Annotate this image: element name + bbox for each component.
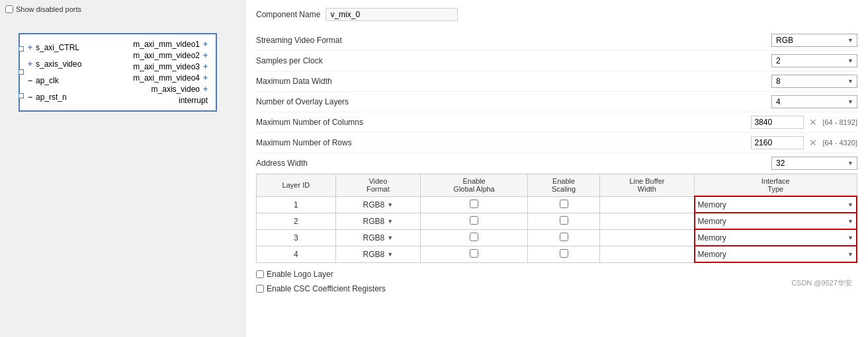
port-m-axi-video2: m_axi_mm_video2 +	[133, 51, 208, 60]
port-label-m-axi-video4: m_axi_mm_video4	[133, 73, 200, 83]
scaling-cell[interactable]	[528, 229, 600, 246]
interface-type-cell[interactable]: Memory ▼	[695, 196, 857, 213]
global-alpha-checkbox[interactable]	[470, 249, 478, 258]
enable-csc-checkbox[interactable]	[256, 285, 264, 293]
scaling-cell[interactable]	[528, 213, 600, 229]
line-buffer-cell	[599, 229, 694, 246]
overlay-layers-select-wrapper[interactable]: 4	[771, 95, 857, 108]
right-panel: Component Name Streaming Video Format RG…	[245, 0, 868, 337]
max-rows-input[interactable]	[751, 136, 804, 149]
max-columns-label: Maximum Number of Columns	[256, 118, 751, 127]
enable-logo-layer-checkbox[interactable]	[256, 270, 264, 278]
layer-id-cell: 4	[257, 246, 336, 262]
scaling-checkbox[interactable]	[560, 200, 568, 208]
col-header-video-format: VideoFormat	[335, 174, 420, 197]
format-dropdown-arrow: ▼	[387, 235, 393, 241]
global-alpha-cell[interactable]	[420, 196, 527, 213]
left-side-connectors	[19, 34, 24, 110]
scaling-checkbox[interactable]	[560, 216, 568, 225]
samples-per-clock-select[interactable]: 2	[771, 54, 857, 67]
address-width-select-wrapper[interactable]: 32	[771, 157, 857, 170]
setting-samples-per-clock: Samples per Clock 2	[256, 51, 857, 71]
overlay-layers-label: Number of Overlay Layers	[256, 97, 771, 106]
port-label-m-axi-video2: m_axi_mm_video2	[133, 51, 200, 60]
component-name-row: Component Name	[256, 8, 857, 21]
scaling-cell[interactable]	[528, 196, 600, 213]
port-label-ap-rst: ap_rst_n	[36, 93, 67, 102]
table-row: 3 RGB8 ▼ Memory ▼	[257, 229, 857, 246]
port-label-s-axis-video: s_axis_video	[36, 59, 81, 69]
port-label-ap-clk: ap_clk	[36, 76, 59, 85]
overlay-layers-select[interactable]: 4	[771, 95, 857, 108]
video-format-cell[interactable]: RGB8 ▼	[335, 229, 420, 246]
max-data-width-select[interactable]: 8	[771, 75, 857, 88]
address-width-select[interactable]: 32	[771, 157, 857, 170]
watermark: CSDN @9527华安	[791, 278, 852, 288]
interface-type-cell[interactable]: Memory ▼	[695, 213, 857, 229]
streaming-video-format-select-wrapper[interactable]: RGB	[771, 34, 857, 47]
options-row: Enable Logo Layer	[256, 270, 857, 279]
interface-type-value: Memory	[698, 250, 726, 259]
left-conn-1	[19, 46, 24, 52]
line-buffer-cell	[599, 246, 694, 262]
global-alpha-cell[interactable]	[420, 246, 527, 262]
col-header-interface-type: InterfaceType	[695, 174, 857, 197]
interface-type-dropdown-arrow: ▼	[847, 218, 853, 225]
max-columns-range: [64 - 8192]	[822, 118, 857, 126]
max-rows-clear-btn[interactable]: ✕	[808, 137, 818, 148]
setting-address-width: Address Width 32	[256, 153, 857, 174]
streaming-video-format-select[interactable]: RGB	[771, 34, 857, 47]
max-data-width-label: Maximum Data Width	[256, 77, 771, 86]
global-alpha-checkbox[interactable]	[470, 216, 478, 225]
port-label-m-axi-video1: m_axi_mm_video1	[133, 40, 200, 49]
max-columns-control: ✕ [64 - 8192]	[751, 116, 857, 129]
table-row: 2 RGB8 ▼ Memory ▼	[257, 213, 857, 229]
max-data-width-select-wrapper[interactable]: 8	[771, 75, 857, 88]
port-m-axi-video4: m_axi_mm_video4 +	[133, 73, 208, 83]
component-name-input[interactable]	[326, 8, 458, 21]
video-format-cell[interactable]: RGB8 ▼	[335, 213, 420, 229]
global-alpha-checkbox[interactable]	[470, 200, 478, 208]
streaming-video-format-label: Streaming Video Format	[256, 36, 771, 45]
format-dropdown-arrow: ▼	[387, 202, 393, 208]
port-m-axis-video: m_axis_video +	[152, 85, 208, 94]
scaling-checkbox[interactable]	[560, 249, 568, 258]
options-row-2: Enable CSC Coefficient Registers	[256, 284, 857, 293]
port-ap-clk: − ap_clk	[28, 76, 94, 85]
show-disabled-ports-row[interactable]: Show disabled ports	[5, 5, 239, 13]
scaling-cell[interactable]	[528, 246, 600, 262]
col-header-line-buffer: Line BufferWidth	[599, 174, 694, 197]
global-alpha-checkbox[interactable]	[470, 233, 478, 241]
port-plus-m-axi-1: +	[203, 40, 208, 49]
port-label-interrupt: interrupt	[179, 96, 208, 105]
port-m-axi-video3: m_axi_mm_video3 +	[133, 62, 208, 71]
max-columns-clear-btn[interactable]: ✕	[808, 117, 818, 128]
port-s-axis-video: + s_axis_video	[28, 59, 94, 69]
col-header-scaling: EnableScaling	[528, 174, 600, 197]
component-block-container: + s_axi_CTRL + s_axis_video − ap_clk − a…	[5, 33, 239, 112]
global-alpha-cell[interactable]	[420, 229, 527, 246]
col-header-layer-id: Layer ID	[257, 174, 336, 197]
enable-logo-layer-option[interactable]: Enable Logo Layer	[256, 270, 333, 279]
interface-type-cell[interactable]: Memory ▼	[695, 246, 857, 262]
layer-id-cell: 1	[257, 196, 336, 213]
settings-section: Streaming Video Format RGB Samples per C…	[256, 30, 857, 174]
scaling-checkbox[interactable]	[560, 233, 568, 241]
enable-csc-option[interactable]: Enable CSC Coefficient Registers	[256, 284, 386, 293]
max-columns-input[interactable]	[751, 116, 804, 129]
layer-table: Layer ID VideoFormat EnableGlobal Alpha …	[256, 174, 857, 263]
right-content: Component Name Streaming Video Format RG…	[256, 8, 857, 293]
port-plus-s-axis: +	[28, 59, 32, 69]
samples-per-clock-select-wrapper[interactable]: 2	[771, 54, 857, 67]
video-format-value: RGB8	[363, 217, 385, 226]
global-alpha-cell[interactable]	[420, 213, 527, 229]
interface-type-cell[interactable]: Memory ▼	[695, 229, 857, 246]
video-format-cell[interactable]: RGB8 ▼	[335, 196, 420, 213]
address-width-label: Address Width	[256, 159, 771, 168]
interface-type-value: Memory	[698, 217, 726, 226]
port-m-axi-video1: m_axi_mm_video1 +	[133, 40, 208, 49]
enable-logo-layer-label: Enable Logo Layer	[267, 270, 333, 279]
show-disabled-ports-checkbox[interactable]	[5, 5, 13, 13]
video-format-cell[interactable]: RGB8 ▼	[335, 246, 420, 262]
max-rows-label: Maximum Number of Rows	[256, 138, 751, 147]
